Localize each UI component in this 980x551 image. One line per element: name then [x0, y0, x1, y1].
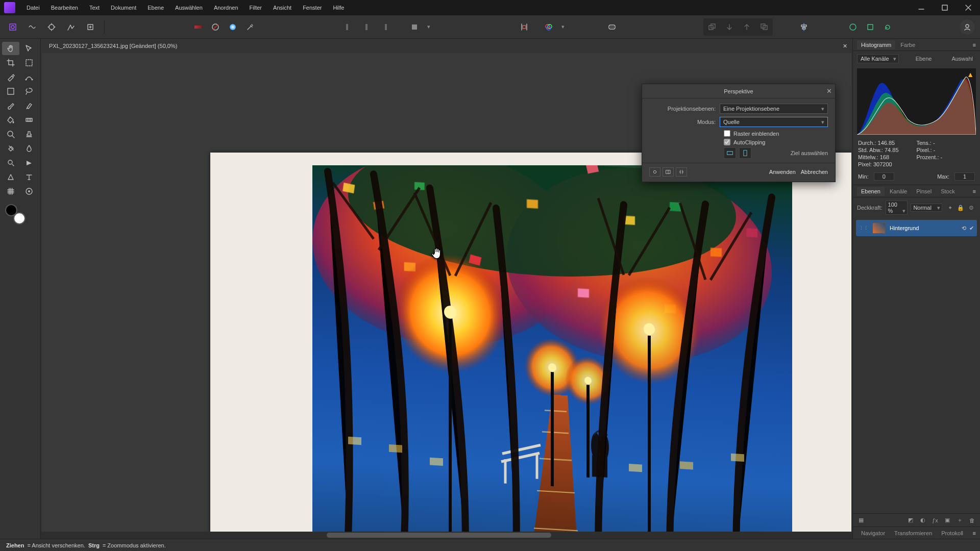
- close-button[interactable]: [957, 0, 980, 15]
- snap-center-icon[interactable]: [359, 19, 374, 35]
- lasso-tool-icon[interactable]: [20, 85, 38, 98]
- crop-tool-icon[interactable]: [2, 56, 19, 69]
- persona-develop-icon[interactable]: [44, 19, 59, 35]
- account-icon[interactable]: [960, 19, 975, 35]
- color-swatch[interactable]: [5, 204, 26, 224]
- dodge-tool-icon[interactable]: [2, 156, 19, 169]
- gradient-swatch-icon[interactable]: [190, 19, 206, 35]
- mirror-view-icon[interactable]: [676, 167, 687, 177]
- sync-refresh-icon[interactable]: [880, 19, 895, 35]
- paint-brush-tool-icon[interactable]: [20, 99, 38, 112]
- maximize-button[interactable]: [933, 0, 957, 15]
- min-input[interactable]: [874, 172, 894, 181]
- selection-rect-tool-icon[interactable]: [20, 56, 38, 69]
- dialog-close-icon[interactable]: ✕: [826, 87, 832, 95]
- eyedropper-tool-icon[interactable]: [20, 185, 38, 198]
- persona-tone-icon[interactable]: [63, 19, 79, 35]
- layer-merge-icon[interactable]: ▦: [856, 515, 866, 525]
- arrange-forward-icon[interactable]: [739, 19, 754, 35]
- menu-dokument[interactable]: Dokument: [106, 3, 141, 13]
- tab-transformieren[interactable]: Transformieren: [890, 529, 936, 538]
- brush-tool-icon[interactable]: [2, 99, 19, 112]
- raster-checkbox[interactable]: Raster einblenden: [724, 130, 828, 137]
- tab-navigator[interactable]: Navigator: [857, 529, 889, 538]
- opacity-field[interactable]: 100 %: [886, 201, 908, 215]
- layer-group-icon[interactable]: ▣: [942, 515, 952, 525]
- sync-upload-icon[interactable]: [863, 19, 878, 35]
- fill-tool-icon[interactable]: [2, 113, 19, 127]
- select-target-link[interactable]: Ziel auswählen: [791, 150, 828, 156]
- menu-ebene[interactable]: Ebene: [142, 3, 169, 13]
- tab-kanaele[interactable]: Kanäle: [886, 187, 911, 196]
- tab-farbe[interactable]: Farbe: [896, 40, 919, 49]
- hand-tool-icon[interactable]: [2, 42, 19, 55]
- layer-adjust-icon[interactable]: ◐: [918, 515, 928, 525]
- background-color[interactable]: [13, 212, 26, 224]
- tab-pinsel[interactable]: Pinsel: [912, 187, 936, 196]
- snap-left-icon[interactable]: [341, 19, 357, 35]
- menu-bearbeiten[interactable]: Bearbeiten: [46, 3, 83, 13]
- blendmode-select[interactable]: Normal: [911, 204, 942, 212]
- document-tab[interactable]: PXL_20230127_135623241.jpg [Geändert] (5…: [44, 41, 182, 51]
- blur-tool-icon[interactable]: [20, 142, 38, 155]
- menu-fenster[interactable]: Fenster: [298, 3, 327, 13]
- layer-quick-fx-icon[interactable]: ✦: [945, 203, 954, 212]
- heal-tool-icon[interactable]: [2, 142, 19, 155]
- color-wheel-icon[interactable]: [225, 19, 240, 35]
- tab-ebenen[interactable]: Ebenen: [857, 187, 885, 196]
- arrange-front-icon[interactable]: [756, 19, 772, 35]
- shape-tool-icon[interactable]: [20, 156, 38, 169]
- hist-toggle-auswahl[interactable]: Auswahl: [948, 55, 976, 63]
- vector-tool-icon[interactable]: [2, 170, 19, 184]
- layer-delete-icon[interactable]: 🗑: [967, 515, 977, 525]
- mesh-tool-icon[interactable]: [2, 185, 19, 198]
- tab-stock[interactable]: Stock: [937, 187, 959, 196]
- menu-hilfe[interactable]: Hilfe: [328, 3, 349, 13]
- menu-anordnen[interactable]: Anordnen: [209, 3, 243, 13]
- horizontal-scrollbar[interactable]: [41, 532, 852, 539]
- align-horizontal-icon[interactable]: [724, 147, 736, 159]
- max-input[interactable]: [954, 172, 975, 181]
- align-vertical-icon[interactable]: [739, 147, 751, 159]
- quick-mask-icon[interactable]: [604, 19, 620, 35]
- mode-select[interactable]: Quelle: [720, 117, 828, 127]
- projection-select[interactable]: Eine Projektionsebene: [720, 104, 828, 114]
- menu-datei[interactable]: Datei: [21, 3, 45, 13]
- nofill-icon[interactable]: [208, 19, 223, 35]
- text-tool-icon[interactable]: [20, 170, 38, 184]
- menu-auswaehlen[interactable]: Auswählen: [170, 3, 208, 13]
- sync-cloud-icon[interactable]: [845, 19, 861, 35]
- pen-tool-icon[interactable]: [2, 70, 19, 84]
- align-distribute-icon[interactable]: [517, 19, 532, 35]
- apply-button[interactable]: Anwenden: [769, 169, 796, 175]
- crop-preset-icon[interactable]: [407, 19, 422, 35]
- menu-text[interactable]: Text: [84, 3, 105, 13]
- tab-histogramm[interactable]: Histogramm: [857, 40, 895, 49]
- layer-settings-icon[interactable]: ⚙: [967, 203, 976, 212]
- node-tool-icon[interactable]: [20, 70, 38, 84]
- move-tool-icon[interactable]: [20, 42, 38, 55]
- zoom-tool-icon[interactable]: [2, 128, 19, 141]
- layer-lock-icon[interactable]: 🔒: [956, 203, 965, 212]
- split-view-icon[interactable]: [663, 167, 674, 177]
- menu-ansicht[interactable]: Ansicht: [268, 3, 297, 13]
- persona-liquify-icon[interactable]: [24, 19, 40, 35]
- channels-select[interactable]: Alle Kanäle: [857, 54, 899, 63]
- hist-toggle-ebene[interactable]: Ebene: [913, 55, 935, 63]
- layer-grip-icon[interactable]: ⋮⋮: [859, 226, 868, 231]
- arrange-backward-icon[interactable]: [722, 19, 737, 35]
- stamp-tool-icon[interactable]: [20, 128, 38, 141]
- dropdown-icon[interactable]: ▾: [424, 19, 433, 35]
- panel-menu-icon[interactable]: ≡: [969, 40, 980, 49]
- layer-link-icon[interactable]: ⟲: [962, 225, 966, 232]
- layer-row[interactable]: ⋮⋮ Hintergrund ⟲ ✔: [856, 220, 977, 236]
- eyedropper-icon[interactable]: [242, 19, 258, 35]
- snap-right-icon[interactable]: [376, 19, 391, 35]
- viewport[interactable]: Perspektive ✕ Projektionsebenen: Eine Pr…: [42, 53, 851, 532]
- before-view-icon[interactable]: [649, 167, 660, 177]
- persona-export-icon[interactable]: [83, 19, 98, 35]
- persona-photo-icon[interactable]: [5, 19, 20, 35]
- align-panel-icon[interactable]: [796, 19, 812, 35]
- document-close-icon[interactable]: ✕: [843, 43, 847, 49]
- layer-fx-icon[interactable]: ƒx: [930, 515, 940, 525]
